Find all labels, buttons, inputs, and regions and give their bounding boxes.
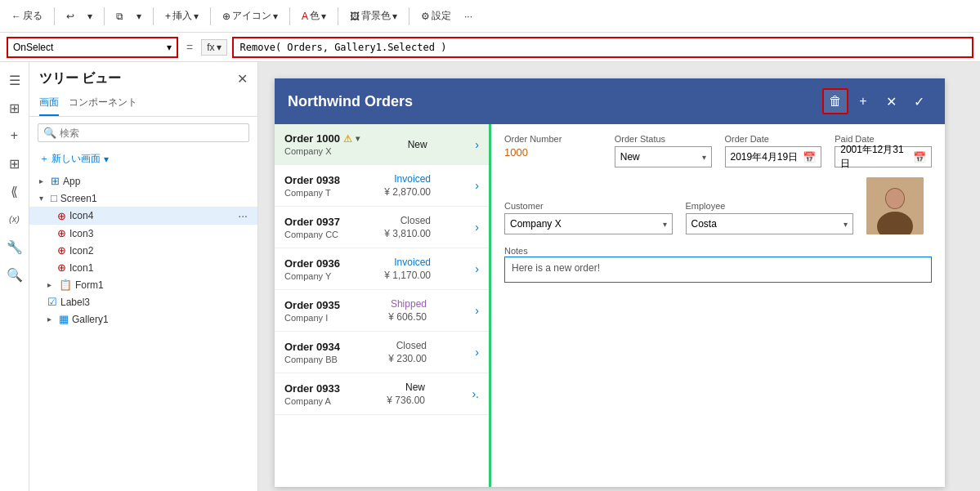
confirm-button[interactable]: ✓ [906,88,932,114]
notes-field[interactable]: Here is a new order! [504,257,932,283]
order-status-0936: Invoiced [384,257,431,268]
icon-button[interactable]: ⊕ アイコン ▾ [217,6,283,26]
order-item-0937[interactable]: Order 0937 Company CC Closed ¥ 3,810.00 … [275,207,489,248]
order-chevron-0934: › [475,346,479,359]
rail-data-button[interactable]: ⊞ [2,150,28,176]
order-date-label: Order Date [725,134,822,144]
back-button[interactable]: ← 戻る [7,6,47,26]
expand-icon: ▸ [39,176,47,185]
cancel-button[interactable]: ✕ [878,88,904,114]
order-amount-0933: ¥ 736.00 [387,395,425,406]
formula-input[interactable] [232,37,973,58]
trash-button[interactable]: 🗑 [822,88,848,114]
color-button[interactable]: A 色 ▾ [297,6,331,26]
toolbar-sep-1 [54,7,55,25]
order-item-0933[interactable]: Order 0933 Company A New ¥ 736.00 ›. [275,373,489,415]
insert-arrow-icon: ▾ [194,11,199,22]
ellipsis-icon: ··· [464,11,472,22]
undo-icon: ↩ [66,11,74,22]
fx-label: fx [207,42,214,53]
icon-label: アイコン [232,9,271,23]
order-item-0936[interactable]: Order 0936 Company Y Invoiced ¥ 1,170.00… [275,248,489,290]
sidebar-item-screen1[interactable]: ▾ □ Screen1 [29,190,257,207]
formula-bar: OnSelect ▾ = fx ▾ [0,33,980,62]
paid-date-picker[interactable]: 2001年12月31日 📅 [835,146,932,167]
warning-icon: ⚠ [343,133,352,145]
insert-button[interactable]: + 挿入 ▾ [160,6,204,26]
app-icon: ⊞ [51,175,60,187]
undo-arrow-button[interactable]: ▾ [83,7,97,25]
tree-header: ツリー ビュー ✕ [29,62,257,92]
order-right-0937: Closed ¥ 3,810.00 [384,215,431,239]
add-button[interactable]: + [850,88,876,114]
sidebar-item-label3[interactable]: ☑ Label3 [29,293,257,310]
form1-icon: 📋 [59,279,72,291]
icon1-label: Icon1 [69,262,248,274]
order-status-0938: Invoiced [384,173,431,185]
sidebar-item-icon1[interactable]: ⊕ Icon1 [29,259,257,276]
order-date-value: 2019年4月19日 [731,150,799,164]
employee-select[interactable]: Costa ▾ [686,213,854,234]
order-item-1000[interactable]: Order 1000 ⚠ ▾ Company X New › [275,124,489,165]
sidebar-item-gallery1[interactable]: ▸ ▦ Gallery1 [29,310,257,328]
paid-date-value: 2001年12月31日 [840,143,913,171]
order-item-0934[interactable]: Order 0934 Company BB Closed ¥ 230.00 › [275,332,489,373]
customer-label: Customer [504,201,673,211]
order-left-0938: Order 0938 Company T [284,174,340,198]
order-right-0936: Invoiced ¥ 1,170.00 [384,257,431,281]
fx-button[interactable]: fx ▾ [201,39,226,56]
app-frame: Northwind Orders 🗑 + ✕ ✓ [275,78,945,487]
rail-fx-button[interactable]: (x) [2,206,28,232]
copy-button[interactable]: ⧉ [111,7,128,25]
order-status-0937: Closed [384,215,431,226]
order-item-0935[interactable]: Order 0935 Company I Shipped ¥ 606.50 › [275,290,489,332]
tree-title: ツリー ビュー [39,70,121,87]
back-icon: ← [11,11,21,22]
order-chevron-0936: › [475,262,479,275]
customer-select-value: Company X [510,218,562,230]
sidebar-item-app[interactable]: ▸ ⊞ App [29,172,257,190]
order-right-0933: New ¥ 736.00 [387,382,425,406]
formula-dropdown[interactable]: OnSelect ▾ [7,37,178,58]
gear-icon: ⚙ [421,11,430,22]
sidebar-item-form1[interactable]: ▸ 📋 Form1 [29,276,257,293]
rail-settings-button[interactable]: 🔧 [2,234,28,260]
order-left-1000: Order 1000 ⚠ ▾ Company X [284,132,360,156]
app-header: Northwind Orders 🗑 + ✕ ✓ [275,78,945,124]
rail-search-button[interactable]: 🔍 [2,261,28,288]
sidebar-item-icon4[interactable]: ⊕ Icon4 ··· [29,207,257,225]
rail-insert-button[interactable]: + [2,123,28,149]
tab-screen[interactable]: 画面 [39,92,59,116]
bg-label: 背景色 [361,9,391,23]
tree-close-button[interactable]: ✕ [237,71,248,87]
order-right-1000: New [408,139,427,150]
order-company-0938: Company T [284,188,340,198]
rail-media-button[interactable]: ⟪ [2,178,28,204]
order-status-0934: Closed [388,340,427,351]
order-status-select[interactable]: New ▾ [615,146,712,167]
undo-button[interactable]: ↩ [61,7,79,25]
media-icon: ⟪ [11,184,18,199]
rail-menu-button[interactable]: ☰ [2,67,28,93]
tab-component[interactable]: コンポーネント [69,92,137,116]
order-date-picker[interactable]: 2019年4月19日 📅 [725,146,822,167]
detail-row3: Notes Here is a new order! [504,244,932,283]
sidebar-item-icon3[interactable]: ⊕ Icon3 [29,225,257,242]
new-screen-button[interactable]: ＋ 新しい画面 ▾ [29,149,257,169]
order-item-0938[interactable]: Order 0938 Company T Invoiced ¥ 2,870.00… [275,165,489,207]
sidebar-item-icon2[interactable]: ⊕ Icon2 [29,242,257,259]
color-a-icon: A [302,11,308,22]
toolbar: ← 戻る ↩ ▾ ⧉ ▾ + 挿入 ▾ ⊕ アイコン ▾ A 色 ▾ 🖼 背景色… [0,0,980,33]
dropdown-arrow-icon: ▾ [167,42,172,53]
rail-layers-button[interactable]: ⊞ [2,95,28,121]
customer-select[interactable]: Company X ▾ [504,213,673,234]
order-company-0934: Company BB [284,355,340,364]
icon4-more-icon[interactable]: ··· [238,209,248,222]
screen-icon: □ [51,192,57,204]
order-right-0934: Closed ¥ 230.00 [388,340,427,364]
search-input[interactable] [60,127,244,139]
copy-arrow-button[interactable]: ▾ [132,7,146,25]
more-button[interactable]: ··· [459,7,477,25]
settings-button[interactable]: ⚙ 設定 [416,6,456,26]
bg-button[interactable]: 🖼 背景色 ▾ [345,6,402,26]
